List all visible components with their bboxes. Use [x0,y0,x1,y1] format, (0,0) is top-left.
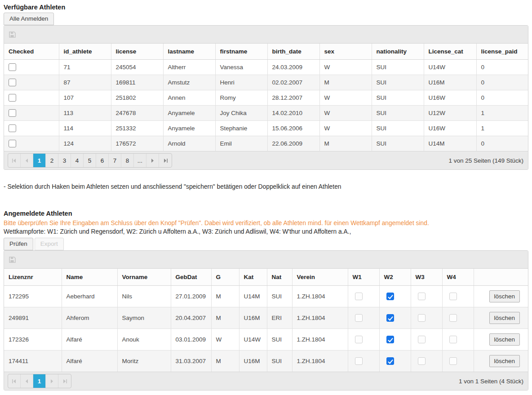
athlete-select-checkbox[interactable] [9,63,16,71]
more-pages-button[interactable]: ... [134,154,146,167]
data-cell: U14M [239,286,267,307]
w1-checkbox[interactable] [355,293,363,300]
check-button[interactable]: Prüfen [4,238,33,250]
available-athlete-row[interactable]: 87169811AmstutzHenri02.02.2007MSUIU16M0 [4,75,528,90]
w4-checkbox[interactable] [449,293,457,300]
data-cell: U14W [424,60,476,75]
page-button[interactable]: 7 [109,154,121,167]
w1-cell [348,351,379,372]
first-page-button[interactable] [8,374,21,388]
athlete-select-checkbox[interactable] [9,109,16,117]
w1-checkbox[interactable] [355,357,363,365]
athlete-select-checkbox[interactable] [9,94,16,102]
page-button[interactable]: 6 [96,154,109,167]
page-button[interactable]: 5 [84,154,96,167]
w1-checkbox[interactable] [355,314,363,322]
w4-checkbox[interactable] [449,357,457,365]
available-athletes-title: Verfügbare Athleten [4,4,528,11]
export-button[interactable]: Export [35,238,64,250]
prev-page-button[interactable] [21,154,33,167]
delete-button[interactable]: löschen [489,355,520,367]
athlete-select-checkbox[interactable] [9,79,16,86]
w3-checkbox[interactable] [418,357,426,365]
column-header: Checked [4,44,59,60]
w2-cell [379,307,411,329]
w3-checkbox[interactable] [418,293,426,300]
first-page-icon [12,379,17,384]
registered-athlete-row: 172326AlfaréAnouk03.01.2009WU14WSUI1.ZH.… [4,329,528,351]
w4-checkbox[interactable] [449,336,457,343]
data-cell: U16W [424,90,476,106]
w3-checkbox[interactable] [418,336,426,343]
pager-info: 1 von 25 Seiten (149 Stück) [448,157,523,164]
w2-cell [379,329,411,351]
last-page-button[interactable] [159,154,172,167]
w1-checkbox[interactable] [355,336,363,343]
data-cell: Arnold [163,136,215,151]
page-button[interactable]: 4 [71,154,84,167]
page-button[interactable]: 1 [33,154,46,167]
available-athlete-row[interactable]: 114251332AnyameleStephanie15.06.2006WSUI… [4,121,528,136]
last-page-icon [62,379,67,384]
delete-button[interactable]: löschen [489,290,520,302]
column-header: Vorname [117,269,171,286]
w2-checkbox[interactable] [386,314,394,322]
column-header: W3 [411,269,442,286]
w4-cell [442,351,474,372]
save-icon[interactable] [9,256,16,263]
next-page-button[interactable] [46,374,58,388]
column-header: firstname [215,44,267,60]
data-cell: 0 [476,136,528,151]
w2-checkbox[interactable] [386,357,394,365]
available-athlete-row[interactable]: 71245054AltherrVanessa24.03.2009WSUIU14W… [4,60,528,75]
w2-cell [379,351,411,372]
column-header: birth_date [267,44,319,60]
last-page-button[interactable] [58,374,71,388]
page-button[interactable]: 2 [46,154,58,167]
register-all-button[interactable]: Alle Anmelden [4,13,54,25]
delete-button[interactable]: löschen [489,333,520,346]
delete-button[interactable]: löschen [489,312,520,324]
data-cell: SUI [267,286,292,307]
page-button[interactable]: 8 [121,154,134,167]
available-athlete-row[interactable]: 124176572ArnoldEmil22.06.2009MSUIU14M0 [4,136,528,151]
w2-checkbox[interactable] [386,336,394,343]
available-athlete-row[interactable]: 113247678AnyameleJoy Chika14.02.2010WSUI… [4,106,528,121]
data-cell: M [211,307,239,329]
data-cell: M [211,351,239,372]
data-cell: 107 [59,90,111,106]
first-page-button[interactable] [8,154,21,167]
data-cell: 87 [59,75,111,90]
athlete-select-checkbox[interactable] [9,140,16,147]
page-button[interactable]: 1 [33,374,46,388]
w4-cell [442,286,474,307]
data-cell: 245054 [111,60,163,75]
data-cell: Vanessa [215,60,267,75]
w3-cell [411,351,442,372]
available-athlete-row[interactable]: 107251802AnnenRomy28.12.2007WSUIU16W0 [4,90,528,106]
data-cell: Saymon [117,307,171,329]
registered-grid-toolbar [4,251,528,269]
page-button[interactable]: 3 [58,154,71,167]
data-cell: SUI [267,329,292,351]
data-cell: SUI [372,60,424,75]
w3-checkbox[interactable] [418,314,426,322]
data-cell: 172295 [4,286,62,307]
column-header: license [111,44,163,60]
prev-page-button[interactable] [21,374,33,388]
w2-checkbox[interactable] [386,293,394,300]
data-cell: Amstutz [163,75,215,90]
first-page-icon [12,158,17,163]
column-header: GebDat [171,269,211,286]
save-icon[interactable] [9,31,16,38]
next-page-button[interactable] [146,154,159,167]
header-row: LizenznrNameVornameGebDatGKatNatVereinW1… [4,269,528,286]
available-athletes-table: Checkedid_athletelicenselastnamefirstnam… [4,44,528,151]
data-cell: Anyamele [163,106,215,121]
column-header: id_athlete [59,44,111,60]
data-cell: Moritz [117,351,171,372]
athlete-select-checkbox[interactable] [9,124,16,132]
data-cell: ERI [267,307,292,329]
w4-checkbox[interactable] [449,314,457,322]
data-cell: U16M [239,307,267,329]
